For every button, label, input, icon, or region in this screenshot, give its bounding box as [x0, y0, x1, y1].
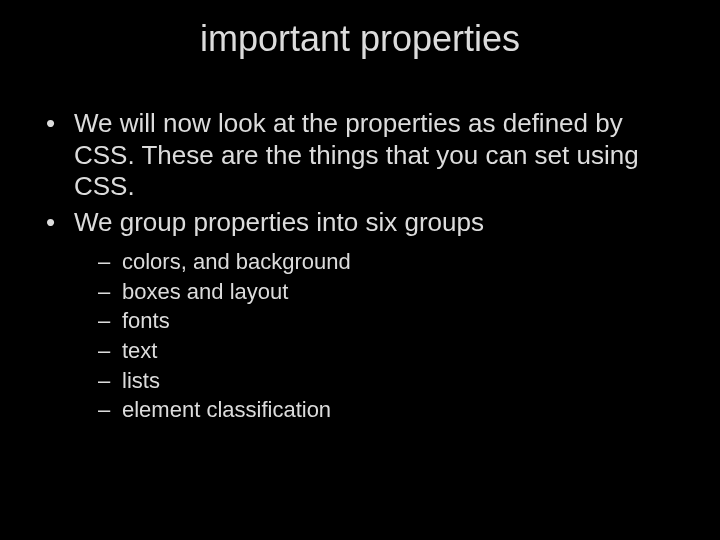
main-bullet-text: We will now look at the properties as de… [74, 108, 639, 201]
slide-title: important properties [40, 18, 680, 60]
main-bullet-item: We group properties into six groups [46, 207, 680, 239]
sub-bullet-text: boxes and layout [122, 279, 288, 304]
sub-bullet-text: colors, and background [122, 249, 351, 274]
sub-bullet-item: colors, and background [98, 247, 680, 277]
sub-bullet-item: fonts [98, 306, 680, 336]
sub-bullet-text: lists [122, 368, 160, 393]
slide: important properties We will now look at… [0, 0, 720, 540]
sub-bullet-item: boxes and layout [98, 277, 680, 307]
sub-bullet-item: lists [98, 366, 680, 396]
sub-bullet-item: element classification [98, 395, 680, 425]
main-bullet-list: We will now look at the properties as de… [46, 108, 680, 239]
sub-bullet-list: colors, and background boxes and layout … [98, 247, 680, 425]
main-bullet-item: We will now look at the properties as de… [46, 108, 680, 203]
main-bullet-text: We group properties into six groups [74, 207, 484, 237]
sub-bullet-text: fonts [122, 308, 170, 333]
sub-bullet-text: element classification [122, 397, 331, 422]
sub-bullet-text: text [122, 338, 157, 363]
sub-bullet-item: text [98, 336, 680, 366]
